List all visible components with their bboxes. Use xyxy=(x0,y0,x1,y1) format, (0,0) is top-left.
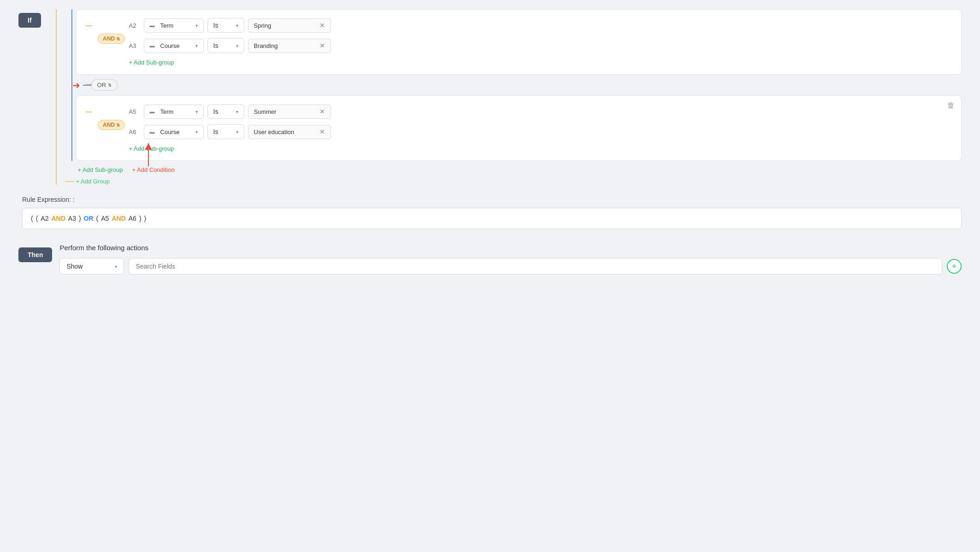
search-fields-input[interactable] xyxy=(129,258,942,275)
then-title: Perform the following actions xyxy=(59,244,962,252)
value-tag-a2: Spring ✕ xyxy=(248,18,331,33)
expr-open2: ( xyxy=(36,215,38,222)
expr-or1: OR xyxy=(84,215,94,222)
and-badge-group2[interactable]: AND ⇅ xyxy=(98,120,125,130)
add-subgroup-btn-group1[interactable]: + Add Sub-group xyxy=(129,59,174,66)
and-badge-group1[interactable]: AND ⇅ xyxy=(98,34,125,44)
chevron-icon: ▾ xyxy=(236,23,238,28)
close-value-a6[interactable]: ✕ xyxy=(319,129,325,135)
field-select-a3-course[interactable]: ▬ Course ▾ xyxy=(144,39,204,53)
chevron-icon: ▾ xyxy=(195,109,198,114)
rule-expression-label: Rule Expression: : xyxy=(22,196,962,203)
field-select-a6-course[interactable]: ▬ Course ▾ xyxy=(144,125,204,139)
value-tag-a5: Summer ✕ xyxy=(248,105,331,119)
if-badge: If xyxy=(18,13,41,28)
close-value-a2[interactable]: ✕ xyxy=(319,22,325,29)
condition-row-a6: A6 ▬ Course ▾ Is xyxy=(129,124,952,139)
chevron-icon: ▾ xyxy=(236,109,238,114)
if-section: If xyxy=(18,9,962,185)
expr-a2: A2 xyxy=(41,215,48,222)
then-section: Then Perform the following actions Show … xyxy=(18,244,962,275)
expr-a3: A3 xyxy=(68,215,76,222)
expr-close3: ) xyxy=(144,215,147,222)
or-badge[interactable]: OR ⇅ xyxy=(91,79,118,91)
then-badge: Then xyxy=(18,247,52,262)
value-tag-a6: User education ✕ xyxy=(248,125,331,139)
add-subgroup-group1-wrapper: + Add Sub-group xyxy=(129,59,952,66)
field-select-a5-term[interactable]: ▬ Term ▾ xyxy=(144,105,204,119)
tree-connector: AND ⇅ xyxy=(47,9,962,185)
action-row: Show ▾ + xyxy=(59,258,962,275)
group-card-1: AND ⇅ xyxy=(76,9,962,75)
chevron-icon: ▾ xyxy=(195,129,198,135)
expr-close1: ) xyxy=(79,215,81,222)
add-group-btn[interactable]: + Add Group xyxy=(76,178,110,185)
rule-expression-section: Rule Expression: : ( ( A2 AND A3 ) OR ( … xyxy=(18,196,962,229)
row-label-a5: A5 xyxy=(129,108,140,115)
row-label-a6: A6 xyxy=(129,129,140,135)
red-arrow-right: ➜ xyxy=(72,80,80,91)
condition-row-a5: A5 ▬ Term ▾ Is xyxy=(129,104,952,119)
group-card-2: 🗑 xyxy=(76,95,962,161)
operator-select-a5[interactable]: Is ▾ xyxy=(207,104,244,119)
chevron-icon: ▾ xyxy=(236,43,238,48)
then-content: Perform the following actions Show ▾ + xyxy=(59,244,962,275)
row-label-a2: A2 xyxy=(129,22,140,29)
chevron-icon: ▾ xyxy=(195,23,198,28)
chevron-icon: ▾ xyxy=(236,129,238,135)
expr-a6: A6 xyxy=(129,215,136,222)
row-label-a3: A3 xyxy=(129,42,140,49)
add-subgroup-group2-wrapper: + Add Sub-group xyxy=(129,145,952,152)
expr-a5: A5 xyxy=(101,215,109,222)
expr-and1: AND xyxy=(51,215,65,222)
show-label: Show xyxy=(66,263,83,270)
rule-expression-box: ( ( A2 AND A3 ) OR ( A5 AND A6 ) ) xyxy=(22,208,962,229)
red-up-arrow-annotation xyxy=(148,143,149,166)
condition-row-a2: A2 ▬ Term ▾ Is xyxy=(129,18,952,33)
show-select[interactable]: Show ▾ xyxy=(59,258,124,275)
add-field-btn[interactable]: + xyxy=(947,259,962,274)
show-chevron-icon: ▾ xyxy=(115,264,117,269)
value-tag-a3: Branding ✕ xyxy=(248,39,331,53)
add-subgroup-bottom-btn[interactable]: + Add Sub-group xyxy=(78,166,123,173)
condition-row-a3: A3 ▬ Course ▾ Is xyxy=(129,38,952,53)
operator-select-a3[interactable]: Is ▾ xyxy=(207,38,244,53)
delete-group2-btn[interactable]: 🗑 xyxy=(947,101,955,110)
expr-and2: AND xyxy=(112,215,125,222)
expr-close2: ) xyxy=(139,215,142,222)
close-value-a5[interactable]: ✕ xyxy=(319,108,325,115)
expr-open3: ( xyxy=(96,215,99,222)
field-select-a2-term[interactable]: ▬ Term ▾ xyxy=(144,18,204,33)
operator-select-a6[interactable]: Is ▾ xyxy=(207,124,244,139)
close-value-a3[interactable]: ✕ xyxy=(319,42,325,49)
operator-select-a2[interactable]: Is ▾ xyxy=(207,18,244,33)
chevron-icon: ▾ xyxy=(195,43,198,48)
expr-open1: ( xyxy=(31,215,33,222)
add-group-horiz-line xyxy=(65,181,74,182)
add-condition-btn[interactable]: + Add Condition xyxy=(132,166,175,173)
